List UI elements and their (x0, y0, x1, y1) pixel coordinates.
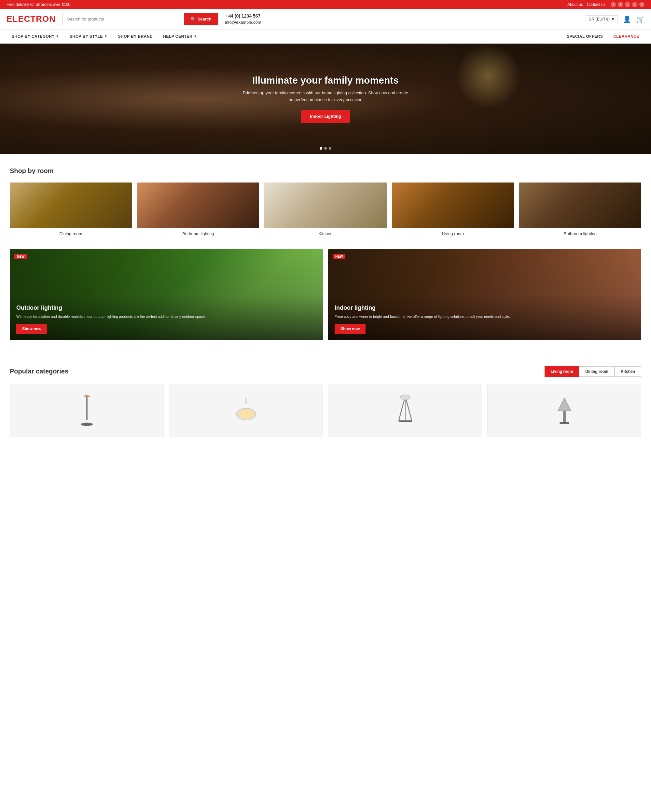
bathroom-image (519, 183, 641, 228)
chevron-down-icon: ▼ (104, 35, 107, 38)
hero-dot-2[interactable] (324, 147, 327, 150)
room-card-bathroom[interactable]: Bathroom lighting (519, 183, 641, 236)
shop-by-room-section: Shop by room Dining room Bedroom lightin… (0, 154, 651, 249)
product-card-2[interactable] (169, 385, 323, 437)
instagram-icon[interactable]: ● (618, 2, 623, 7)
nav-special-offers-label: SPECIAL OFFERS (567, 34, 603, 39)
hero-cta-button[interactable]: Indoor Lighting (301, 110, 350, 123)
svg-rect-1 (84, 396, 90, 397)
top-bar: Free delivery for all orders over €100 A… (0, 0, 651, 9)
nav-left: SHOP BY CATEGORY ▼ SHOP BY STYLE ▼ SHOP … (6, 30, 202, 43)
outdoor-banner-content: Outdoor lighting With easy installation … (10, 298, 212, 340)
dining-room-image (10, 183, 132, 228)
product-image-4 (487, 385, 641, 437)
popular-header: Popular categories Living room Dining ro… (10, 366, 641, 377)
indoor-banner-tag: NEW (333, 254, 345, 259)
nav-shop-by-brand[interactable]: SHOP BY BRAND (113, 30, 158, 43)
nav-help-center-label: HELP CENTER (163, 34, 193, 39)
hero-dot-3[interactable] (329, 147, 332, 150)
search-button[interactable]: 🔍 Search (184, 13, 218, 25)
popular-category-tabs: Living room Dining room Kitchen (544, 366, 641, 377)
room-card-dining[interactable]: Dining room (10, 183, 132, 236)
outdoor-lighting-banner[interactable]: NEW Outdoor lighting With easy installat… (10, 249, 323, 340)
nav-shop-by-category-label: SHOP BY CATEGORY (12, 34, 55, 39)
tab-living-room[interactable]: Living room (544, 366, 579, 377)
outdoor-banner-title: Outdoor lighting (16, 304, 206, 311)
product-image-3 (329, 385, 482, 437)
search-input[interactable] (63, 13, 184, 25)
svg-rect-0 (85, 395, 89, 396)
svg-rect-2 (86, 397, 87, 420)
nav-right: SPECIAL OFFERS CLEARANCE (561, 30, 645, 43)
product-card-3[interactable] (328, 385, 482, 437)
tiktok-icon[interactable]: t (632, 2, 637, 7)
nav-help-center[interactable]: HELP CENTER ▼ (158, 30, 202, 43)
outdoor-banner-desc: With easy installation and durable mater… (16, 314, 206, 319)
lang-label: GR (EUR €) (588, 17, 610, 21)
room-card-bedroom[interactable]: Bedroom lighting (137, 183, 259, 236)
indoor-banner-title: Indoor lighting (335, 304, 510, 311)
phone-number: +44 (0) 1234 567 (225, 13, 261, 20)
svg-rect-14 (559, 422, 569, 424)
svg-rect-13 (563, 411, 566, 422)
top-bar-right: About us Contact us f ● p t 𝕏 (567, 2, 645, 7)
email-address: info@example.com (225, 20, 261, 25)
bathroom-label: Bathroom lighting (519, 231, 641, 236)
indoor-banner-content: Indoor lighting From cozy and warm to br… (328, 298, 517, 340)
floor-lamp-icon (77, 395, 97, 427)
bedroom-label: Bedroom lighting (137, 231, 259, 236)
nav-shop-by-style-label: SHOP BY STYLE (70, 34, 103, 39)
room-card-kitchen[interactable]: Kitchen (264, 183, 387, 236)
nav-clearance[interactable]: CLEARANCE (608, 30, 645, 43)
living-room-image (392, 183, 514, 228)
delivery-text: Free delivery for all orders over €100 (6, 2, 70, 7)
room-card-living[interactable]: Living room (392, 183, 514, 236)
nav-shop-by-category[interactable]: SHOP BY CATEGORY ▼ (6, 30, 64, 43)
social-icons: f ● p t 𝕏 (611, 2, 645, 7)
nav-special-offers[interactable]: SPECIAL OFFERS (561, 30, 608, 43)
chevron-down-icon: ▼ (194, 35, 197, 38)
svg-rect-11 (399, 421, 412, 422)
product-grid (10, 385, 641, 437)
dining-room-label: Dining room (10, 231, 132, 236)
outdoor-show-now-button[interactable]: Show now (16, 324, 47, 334)
nav-shop-by-style[interactable]: SHOP BY STYLE ▼ (64, 30, 113, 43)
kitchen-image (264, 183, 387, 228)
nav-shop-by-brand-label: SHOP BY BRAND (118, 34, 153, 39)
language-selector[interactable]: GR (EUR €) ▼ (585, 15, 618, 23)
about-link[interactable]: About us (567, 2, 583, 7)
search-icon: 🔍 (190, 17, 196, 21)
hero-dot-1[interactable] (319, 147, 322, 150)
svg-point-7 (240, 411, 252, 417)
tripod-lamp-icon (394, 395, 417, 427)
hero-dots (319, 147, 332, 150)
product-card-1[interactable] (10, 385, 164, 437)
product-card-4[interactable] (487, 385, 641, 437)
contact-link[interactable]: Contact us (587, 2, 605, 7)
product-image-1 (10, 385, 164, 437)
hero-banner: Illuminate your family moments Brighten … (0, 44, 651, 154)
logo[interactable]: ELECTRON (6, 14, 56, 24)
hero-title: Illuminate your family moments (241, 75, 410, 86)
popular-categories-title: Popular categories (10, 368, 68, 375)
tab-kitchen[interactable]: Kitchen (614, 366, 641, 377)
account-icon[interactable]: 👤 (623, 15, 631, 23)
indoor-lighting-banner[interactable]: NEW Indoor lighting From cozy and warm t… (328, 249, 641, 340)
popular-categories-section: Popular categories Living room Dining ro… (0, 353, 651, 450)
navigation: SHOP BY CATEGORY ▼ SHOP BY STYLE ▼ SHOP … (0, 30, 651, 44)
pinterest-icon[interactable]: p (625, 2, 630, 7)
nav-clearance-label: CLEARANCE (613, 34, 639, 39)
bedroom-image (137, 183, 259, 228)
kitchen-label: Kitchen (264, 231, 387, 236)
indoor-show-now-button[interactable]: Show now (335, 324, 365, 334)
facebook-icon[interactable]: f (611, 2, 616, 7)
pendant-lamp-icon (233, 398, 259, 424)
room-grid: Dining room Bedroom lighting Kitchen Liv… (10, 183, 641, 236)
tab-dining-room[interactable]: Dining room (579, 366, 614, 377)
svg-marker-12 (558, 398, 571, 411)
twitter-icon[interactable]: 𝕏 (639, 2, 645, 7)
shop-by-room-title: Shop by room (10, 167, 641, 175)
hero-subtitle: Brighten up your family moments with our… (241, 90, 410, 104)
hero-content: Illuminate your family moments Brighten … (228, 75, 423, 123)
cart-icon[interactable]: 🛒 (636, 15, 645, 23)
